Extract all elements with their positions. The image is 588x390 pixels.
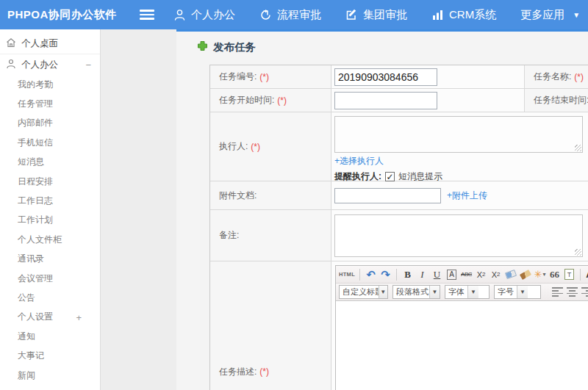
- format-painter-button[interactable]: [519, 268, 531, 281]
- sidebar-item-events[interactable]: 大事记: [0, 346, 100, 365]
- nav-personal-office[interactable]: 个人办公: [173, 8, 235, 22]
- sidebar-item-label: 工作日志: [18, 195, 53, 207]
- caret-down-icon: ▼: [429, 286, 440, 298]
- choose-executor-link[interactable]: +选择执行人: [334, 156, 384, 166]
- sidebar-item-personal-settings[interactable]: 个人设置 +: [0, 308, 100, 327]
- magic-wand-icon: ✳: [534, 269, 542, 280]
- expand-icon[interactable]: +: [76, 311, 82, 322]
- sidebar-item-internal-mail[interactable]: 内部邮件: [0, 114, 100, 133]
- subscript-button[interactable]: X2: [490, 268, 502, 281]
- html-source-button[interactable]: HTML: [339, 268, 355, 281]
- required-marker: (*): [574, 72, 584, 82]
- sidebar-item-my-attendance[interactable]: 我的考勤: [0, 75, 100, 94]
- remove-format-button[interactable]: [504, 268, 517, 281]
- underline-button[interactable]: U: [431, 268, 443, 281]
- sidebar-item-schedule[interactable]: 日程安排: [0, 172, 100, 191]
- toolbar-separator: [580, 269, 581, 281]
- sidebar-item-news[interactable]: 新闻: [0, 366, 100, 385]
- blockquote-button[interactable]: 66: [548, 268, 561, 281]
- align-center-icon[interactable]: [567, 287, 578, 297]
- sidebar-item-mobile-sms[interactable]: 手机短信: [0, 133, 100, 152]
- collapse-icon[interactable]: −: [85, 59, 91, 71]
- sidebar-item-file-cabinet[interactable]: 个人文件柜: [0, 230, 100, 249]
- nav-crm[interactable]: CRM系统: [431, 8, 496, 22]
- remark-textarea[interactable]: [334, 214, 583, 257]
- sidebar-item-work-plan[interactable]: 工作计划: [0, 211, 100, 230]
- publish-task-form: 任务编号: (*) 任务名称: (*) 任务开始时间: (*) 任务结束时间:: [209, 65, 588, 390]
- field-label: 任务编号:: [219, 71, 257, 83]
- editor-content-area[interactable]: [336, 301, 588, 390]
- sidebar-item-vote[interactable]: 投票: [0, 385, 100, 390]
- sidebar-item-meeting[interactable]: 会议管理: [0, 269, 100, 288]
- font-family-select[interactable]: 字体 ▼: [445, 285, 490, 299]
- task-name-label-cell: 任务名称: (*): [525, 65, 588, 88]
- add-plus-icon: [197, 40, 208, 54]
- nav-process-approval[interactable]: 流程审批: [259, 8, 321, 22]
- menu-toggle-icon[interactable]: [140, 10, 154, 20]
- attachment-label-cell: 附件文档:: [210, 181, 331, 209]
- sidebar-item-label: 我的考勤: [18, 79, 53, 91]
- field-label: 执行人:: [219, 140, 248, 153]
- font-color-button[interactable]: A▾: [585, 268, 588, 281]
- sidebar-item-label: 个人办公: [21, 59, 58, 71]
- executor-textarea[interactable]: [334, 116, 583, 153]
- font-size-select[interactable]: 字号 ▼: [494, 285, 541, 299]
- sidebar-item-personal-desktop[interactable]: 个人桌面: [0, 34, 100, 54]
- sidebar-item-label: 个人设置: [18, 311, 53, 323]
- paragraph-format-select[interactable]: 段落格式 ▼: [392, 285, 440, 299]
- remark-field-cell: [331, 210, 588, 261]
- caret-down-icon: ▼: [467, 286, 478, 298]
- rich-text-editor: HTML ↶ ↷ B I U A ABC X2 X2 ✳: [335, 265, 588, 390]
- caret-down-icon: ▾: [542, 271, 545, 278]
- custom-title-select[interactable]: 自定义标题 ▼: [339, 285, 388, 299]
- field-label: 任务名称:: [534, 71, 571, 83]
- sidebar: 个人桌面 个人办公 − 我的考勤 任务管理 内部邮件 手机短信 短消息 日程安排…: [0, 29, 101, 390]
- resize-grip-icon[interactable]: [575, 249, 581, 256]
- top-navbar: PHPOA协同办公软件 个人办公 流程审批 集团审批 CRM系统: [0, 0, 588, 29]
- align-left-icon[interactable]: [552, 287, 563, 297]
- sidebar-item-personal-office[interactable]: 个人办公 −: [0, 54, 100, 75]
- bold-button[interactable]: B: [401, 268, 414, 281]
- sidebar-item-label: 个人桌面: [21, 37, 58, 50]
- select-value: 段落格式: [393, 286, 429, 297]
- user-icon: [173, 9, 186, 21]
- sidebar-item-work-log[interactable]: 工作日志: [0, 191, 100, 210]
- sidebar-item-task-management[interactable]: 任务管理: [0, 94, 100, 113]
- nav-group-approval[interactable]: 集团审批: [345, 8, 407, 22]
- attachment-upload-link[interactable]: +附件上传: [447, 189, 487, 202]
- process-approve-icon: [259, 9, 272, 21]
- edit-square-icon: [345, 9, 358, 21]
- autotypeset-button[interactable]: ✳▾: [534, 268, 546, 281]
- check-icon: ✓: [386, 173, 393, 181]
- resize-grip-icon[interactable]: [575, 145, 581, 151]
- nav-more-apps[interactable]: 更多应用 ▼: [520, 8, 580, 22]
- sms-remind-checkbox[interactable]: ✓: [385, 172, 395, 181]
- editor-toolbar-row2: 自定义标题 ▼ 段落格式 ▼ 字体 ▼ 字号 ▼: [336, 284, 588, 301]
- user-icon: [6, 59, 16, 71]
- italic-button[interactable]: I: [416, 268, 429, 281]
- nav-label: 更多应用: [520, 8, 564, 22]
- end-time-label-cell: 任务结束时间: (*): [525, 89, 588, 112]
- required-marker: (*): [259, 72, 269, 82]
- sidebar-item-short-message[interactable]: 短消息: [0, 153, 100, 172]
- text-style-button[interactable]: A: [447, 270, 456, 280]
- nav-label: 流程审批: [277, 8, 321, 22]
- task-number-input[interactable]: [334, 68, 437, 86]
- sidebar-item-contacts[interactable]: 通讯录: [0, 250, 100, 269]
- row-remark: 备注:: [210, 210, 588, 261]
- sidebar-item-notice[interactable]: 通知: [0, 327, 100, 346]
- paintbrush-icon: [519, 270, 531, 280]
- select-value: 字体: [445, 286, 467, 297]
- executor-field-cell: +选择执行人 提醒执行人: ✓ 短消息提示: [331, 112, 588, 181]
- paste-word-button[interactable]: T: [563, 268, 576, 281]
- align-right-icon[interactable]: [581, 287, 588, 297]
- superscript-button[interactable]: X2: [475, 268, 487, 281]
- start-time-input[interactable]: [334, 92, 437, 109]
- sidebar-item-announcement[interactable]: 公告: [0, 288, 100, 307]
- strikethrough-button[interactable]: ABC: [460, 268, 473, 281]
- redo-icon[interactable]: ↷: [379, 268, 392, 281]
- sidebar-item-label: 会议管理: [18, 272, 53, 285]
- undo-icon[interactable]: ↶: [365, 268, 377, 281]
- nav-label: 个人办公: [191, 8, 235, 22]
- attachment-input[interactable]: [334, 188, 441, 203]
